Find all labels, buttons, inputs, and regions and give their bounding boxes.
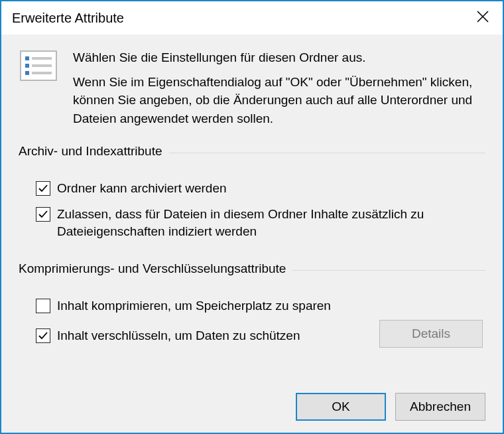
group-compress-encrypt-label: Komprimierungs- und Verschlüsselungsattr… [19, 261, 292, 276]
svg-rect-3 [25, 64, 29, 68]
svg-rect-2 [32, 57, 52, 60]
checkbox-compress-row[interactable]: Inhalt komprimieren, um Speicherplatz zu… [36, 297, 485, 315]
group-archive-index: Archiv- und Indexattribute Ordner kann a… [19, 153, 485, 252]
dialog-advanced-attributes: Erweiterte Attribute Wählen Si [0, 0, 504, 434]
checkbox-encrypt-label: Inhalt verschlüsseln, um Daten zu schütz… [57, 327, 366, 345]
settings-list-icon [19, 49, 58, 127]
svg-rect-5 [25, 71, 29, 75]
checkbox-encrypt[interactable] [36, 328, 50, 343]
dialog-body: Wählen Sie die Einstellungen für diesen … [1, 35, 503, 433]
intro-texts: Wählen Sie die Einstellungen für diesen … [73, 49, 485, 127]
cancel-button[interactable]: Abbrechen [395, 393, 485, 421]
ok-button[interactable]: OK [296, 393, 386, 421]
dialog-footer: OK Abbrechen [19, 382, 485, 421]
titlebar: Erweiterte Attribute [1, 1, 503, 35]
intro-line-2: Wenn Sie im Eigenschaftendialog auf "OK"… [73, 73, 485, 128]
intro-section: Wählen Sie die Einstellungen für diesen … [19, 49, 485, 127]
checkbox-compress[interactable] [36, 299, 50, 313]
checkbox-archive-row[interactable]: Ordner kann archiviert werden [36, 180, 485, 198]
close-icon [477, 11, 489, 26]
window-title: Erweiterte Attribute [12, 11, 124, 26]
svg-rect-6 [32, 72, 52, 74]
svg-rect-4 [32, 64, 52, 67]
checkbox-index[interactable] [36, 207, 50, 222]
checkbox-archive[interactable] [36, 181, 50, 196]
details-button: Details [379, 320, 483, 348]
close-button[interactable] [463, 1, 503, 35]
checkbox-index-label: Zulassen, dass für Dateien in diesem Ord… [57, 206, 485, 241]
checkbox-encrypt-row[interactable]: Inhalt verschlüsseln, um Daten zu schütz… [36, 327, 366, 345]
checkbox-archive-label: Ordner kann archiviert werden [57, 180, 485, 198]
svg-rect-1 [25, 56, 29, 60]
group-compress-encrypt: Komprimierungs- und Verschlüsselungsattr… [19, 270, 485, 355]
checkbox-index-row[interactable]: Zulassen, dass für Dateien in diesem Ord… [36, 206, 485, 241]
checkbox-compress-label: Inhalt komprimieren, um Speicherplatz zu… [57, 297, 485, 315]
group-archive-index-label: Archiv- und Indexattribute [19, 144, 169, 159]
intro-line-1: Wählen Sie die Einstellungen für diesen … [73, 49, 485, 66]
